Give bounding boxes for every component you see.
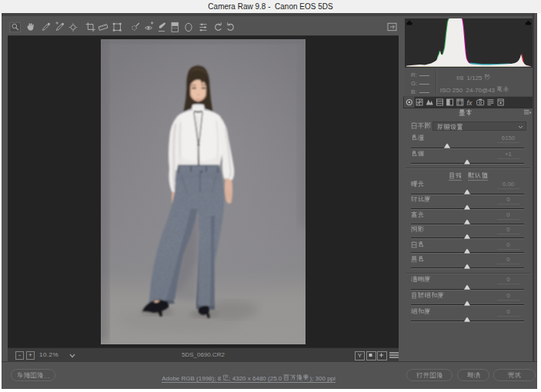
svg-text:fx: fx [467,99,473,107]
